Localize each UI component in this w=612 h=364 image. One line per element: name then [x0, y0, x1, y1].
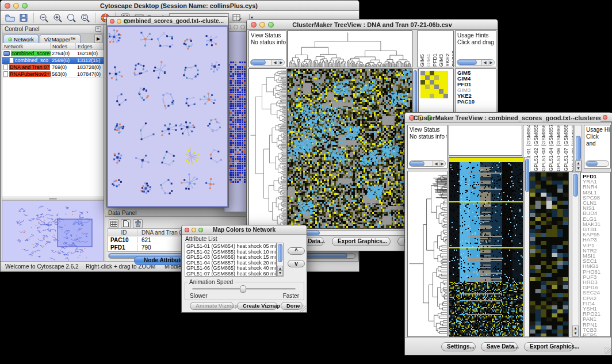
tv2-labels-vscrollbar[interactable]: ▲ ▼ [575, 125, 582, 172]
zoom-button[interactable] [268, 22, 274, 28]
column-label[interactable]: PFD1 [432, 53, 438, 67]
column-label[interactable]: YKE2 [445, 53, 451, 67]
export-graphics-button[interactable]: Export Graphics... [524, 342, 573, 351]
network-view-titlebar[interactable]: combined_scores_good.txt--cluste... [107, 17, 228, 26]
close-button[interactable] [251, 22, 257, 28]
network-row[interactable]: RNAPuberNov2+! 563(0) 107847(0) [2, 71, 104, 78]
resize-grip[interactable] [604, 347, 611, 354]
tab-vizmapper[interactable]: VizMapper™ [40, 35, 81, 43]
zoom-selected-button[interactable] [79, 12, 91, 23]
scroll-right-arrow[interactable]: ▶ [278, 60, 284, 65]
minimize-button[interactable] [117, 19, 121, 24]
tv2-heatmap-canvas[interactable] [449, 158, 523, 336]
scroll-thumb[interactable] [576, 136, 581, 161]
close-button[interactable] [110, 19, 114, 24]
tab-network[interactable]: Network [3, 35, 39, 43]
zoom-in-button[interactable] [52, 12, 63, 23]
scroll-thumb[interactable] [410, 161, 424, 166]
scroll-thumb[interactable] [278, 244, 282, 262]
attribute-select-button[interactable] [109, 219, 118, 228]
zoom-fit-button[interactable] [66, 12, 77, 23]
scroll-right-arrow[interactable]: ▶ [439, 161, 445, 166]
col-id[interactable]: ID [108, 229, 138, 236]
scroll-right-arrow[interactable]: ▶ [488, 60, 494, 65]
main-titlebar[interactable]: Cytoscape Desktop (Session Name: collins… [1, 1, 359, 11]
scroll-down-arrow[interactable]: ▼ [277, 270, 283, 276]
zoom-out-button[interactable] [38, 12, 49, 23]
network-row-selected[interactable]: combined_sco 2569(6) 13112(15) [2, 57, 104, 64]
animate-vizmap-button[interactable]: Animate Vizmap [190, 302, 234, 310]
col-nodes[interactable]: Nodes [51, 43, 76, 49]
move-up-button[interactable]: ^ [288, 247, 305, 255]
col-network[interactable]: Network [2, 43, 51, 49]
view-status-scrollbar[interactable]: ◀▶ [250, 59, 285, 66]
column-label[interactable]: GPL51-03 (GSM856) [541, 125, 547, 171]
tv1-heatmap-canvas[interactable] [288, 69, 412, 228]
close-button[interactable] [185, 228, 189, 232]
open-session-button[interactable] [4, 12, 16, 23]
column-dendrogram-canvas[interactable] [288, 31, 412, 67]
scroll-thumb[interactable] [525, 159, 529, 192]
move-down-button[interactable]: v [288, 260, 305, 267]
column-label[interactable]: PAC10 [451, 51, 454, 67]
scroll-left-arrow[interactable]: ◀ [433, 161, 439, 166]
scroll-thumb[interactable] [251, 60, 266, 65]
row-dendrogram-canvas[interactable] [249, 69, 286, 228]
usage-hints-scrollbar[interactable] [586, 160, 609, 167]
resize-grip[interactable] [299, 305, 306, 312]
network-row[interactable]: combined_scores 2764(0) 16218(0) [2, 50, 104, 57]
column-label[interactable]: GIM5 [419, 54, 426, 67]
network-overview[interactable] [2, 201, 104, 262]
gene-list-vscrollbar[interactable]: ▲ ▼ [572, 172, 579, 337]
minimize-button[interactable] [192, 228, 196, 232]
animation-slider-thumb[interactable] [240, 285, 246, 293]
create-vizmap-button[interactable]: Create Vizmap [237, 302, 277, 310]
scroll-thumb[interactable] [586, 161, 598, 166]
scroll-down-arrow[interactable]: ▼ [575, 166, 582, 171]
attribute-list-scrollbar[interactable]: ▲ ▼ [277, 243, 284, 277]
column-label[interactable]: GIM4 [426, 54, 432, 67]
minimize-button[interactable] [234, 25, 238, 29]
row-label[interactable]: PAC10 [457, 99, 496, 105]
column-label[interactable]: GPL51-02 (GSM855) [533, 125, 540, 171]
tv2-summary-canvas[interactable] [530, 173, 568, 336]
float-panel-icon[interactable] [95, 26, 101, 32]
panel-split-handle[interactable] [2, 197, 104, 201]
tv1-summary-canvas[interactable] [420, 71, 448, 98]
network-overview-canvas[interactable] [2, 201, 102, 260]
zoom-button[interactable] [240, 25, 245, 29]
background-window-close-light[interactable] [603, 115, 607, 120]
save-data-button[interactable]: Save Data... [481, 342, 518, 351]
scroll-left-arrow[interactable]: ◀ [271, 60, 278, 65]
col-edges[interactable]: Edges [76, 43, 104, 49]
scroll-down-arrow[interactable]: ▼ [572, 331, 579, 336]
close-button[interactable] [5, 3, 10, 9]
network-row[interactable]: DNA and Tran 07 769(0) 183728(0) [2, 64, 104, 71]
column-label[interactable]: GPL51-06 (GSM865) [556, 125, 562, 171]
dialog-titlebar[interactable]: Map Colors to Network [182, 225, 307, 235]
column-label[interactable]: GPL51-04 (GSM857) [548, 125, 554, 171]
minimize-button[interactable] [13, 3, 19, 9]
scroll-thumb[interactable] [457, 60, 477, 65]
zoom-button[interactable] [22, 3, 28, 9]
tv1-export-graphics-button[interactable]: Export Graphics... [332, 237, 391, 246]
treeview2-titlebar[interactable]: ClusterMaker TreeView : combined_scores_… [405, 113, 611, 123]
column-label[interactable]: GIM3 [438, 54, 445, 67]
column-label[interactable]: GPL51-07 (GSM868) [563, 125, 569, 171]
treeview1-titlebar[interactable]: ClusterMaker TreeView : DNA and Tran 07-… [247, 20, 498, 30]
scroll-thumb[interactable] [573, 174, 578, 197]
save-session-button[interactable] [18, 12, 29, 23]
minimize-button[interactable] [259, 22, 265, 28]
zoom-button[interactable] [198, 228, 203, 232]
settings-button[interactable]: Settings... [441, 342, 476, 351]
scroll-left-arrow[interactable]: ◀ [481, 60, 488, 65]
view-status-scrollbar[interactable]: ◀▶ [409, 160, 446, 167]
attribute-list-item[interactable]: GPL51-07 (GSM868) heat shock 60 min [186, 271, 276, 277]
delete-attribute-button[interactable] [133, 219, 143, 228]
gene-label[interactable]: PEP5 [583, 332, 610, 337]
usage-hints-scrollbar[interactable]: ◀▶ [457, 59, 495, 66]
row-dendrogram-canvas[interactable] [408, 171, 447, 336]
new-attribute-button[interactable] [121, 219, 131, 228]
column-label[interactable]: GPL51-08 (GSM872) [571, 125, 573, 171]
tab-overflow-button[interactable]: ▶ [94, 35, 102, 43]
